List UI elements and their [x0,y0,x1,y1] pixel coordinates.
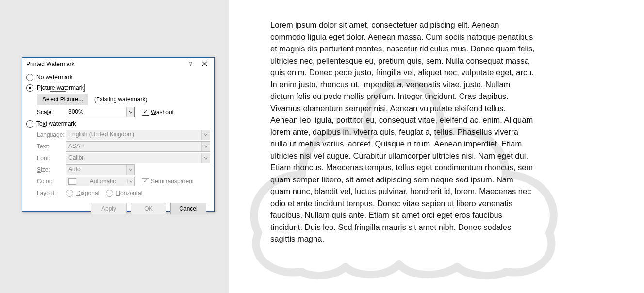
scale-combo[interactable]: 300% [66,107,135,117]
chevron-down-icon [201,153,210,163]
color-label: Color: [37,178,66,185]
text-combo: ASAP [66,141,210,152]
washout-checkbox[interactable] [142,109,149,116]
chevron-down-icon [201,142,210,151]
size-value: Auto [66,165,126,175]
no-watermark-radio[interactable] [26,74,33,81]
text-label: Text: [37,143,66,150]
text-watermark-label[interactable]: Text watermark [36,120,76,127]
size-combo: Auto [66,164,135,175]
dialog-titlebar: Printed Watermark ? [22,58,214,70]
language-combo: English (United Kingdom) [66,130,210,140]
picture-watermark-label[interactable]: Picture watermark [36,84,84,91]
cancel-button[interactable]: Cancel [170,203,206,214]
apply-button: Apply [91,203,127,214]
chevron-down-icon [127,179,134,183]
semitransparent-label: Semitransparent [151,178,194,185]
close-button[interactable] [198,59,211,69]
scale-value: 300% [66,107,126,117]
layout-horizontal-label: Horizontal [116,190,142,196]
help-button[interactable]: ? [184,59,198,69]
color-swatch-preview [68,178,76,185]
layout-label: Layout: [37,190,66,196]
font-combo: Calibri [66,153,210,163]
size-label: Size: [37,166,66,173]
dialog-title: Printed Watermark [26,61,184,67]
document-page: Lorem ipsum dolor sit amet, consectetuer… [229,0,644,293]
no-watermark-label[interactable]: No watermark [36,74,73,81]
font-label: Font: [37,155,66,162]
layout-diagonal-label: Diagonal [76,190,99,196]
select-picture-button[interactable]: Select Picture... [37,94,88,105]
language-value: English (United Kingdom) [66,130,201,140]
semitransparent-checkbox [142,178,149,185]
chevron-down-icon [126,107,134,117]
font-value: Calibri [66,153,201,163]
document-body-text: Lorem ipsum dolor sit amet, consectetuer… [270,19,535,245]
picture-watermark-radio[interactable] [26,84,33,92]
color-value: Automatic [78,178,127,185]
text-watermark-radio[interactable] [26,120,33,128]
printed-watermark-dialog: Printed Watermark ? No watermark Picture… [22,57,215,212]
ok-button: OK [131,203,166,214]
text-value: ASAP [66,142,201,151]
existing-watermark-note: (Existing watermark) [94,96,147,103]
chevron-down-icon [201,130,210,140]
layout-horizontal-radio [106,190,113,197]
washout-label[interactable]: Washout [151,109,174,115]
color-combo: Automatic [66,177,135,186]
language-label: Language: [37,131,66,138]
scale-label: Scale: [37,109,66,115]
layout-diagonal-radio [66,190,73,197]
chevron-down-icon [126,165,134,175]
